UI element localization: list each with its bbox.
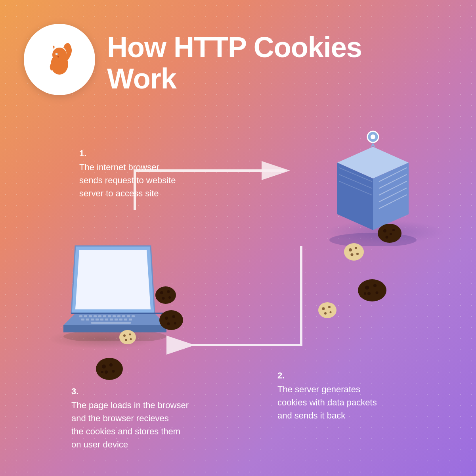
svg-point-94	[168, 296, 171, 299]
svg-point-77	[167, 322, 170, 325]
page-title: How HTTP Cookies Work	[107, 32, 362, 94]
step2-label: 2. The server generates cookies with dat…	[277, 369, 377, 422]
svg-point-86	[109, 363, 113, 367]
svg-point-64	[365, 286, 369, 290]
svg-rect-46	[124, 319, 127, 321]
title-line2: Work	[107, 63, 176, 94]
step2-text-line2: cookies with data packets	[277, 397, 377, 407]
svg-point-81	[129, 334, 131, 336]
cookie-3	[357, 278, 389, 303]
svg-point-84	[96, 358, 123, 380]
step3-label: 3. The page loads in the browser and the…	[71, 385, 189, 451]
title-line1: How HTTP Cookies	[107, 31, 362, 63]
svg-rect-45	[119, 319, 122, 321]
svg-point-69	[318, 302, 336, 318]
svg-point-62	[356, 253, 359, 255]
svg-marker-50	[75, 250, 151, 309]
svg-rect-33	[117, 315, 120, 317]
svg-point-91	[160, 291, 163, 294]
svg-rect-31	[108, 315, 111, 317]
cookie-2	[343, 242, 365, 262]
svg-point-58	[344, 243, 364, 261]
svg-rect-26	[84, 315, 87, 317]
svg-rect-43	[110, 319, 113, 321]
svg-rect-34	[122, 315, 125, 317]
svg-rect-28	[94, 315, 97, 317]
logo-circle	[24, 24, 95, 95]
svg-point-89	[101, 371, 103, 373]
step3-text-line4: on user device	[71, 440, 128, 449]
svg-rect-25	[79, 315, 82, 317]
cookie-5	[159, 309, 184, 331]
cookie-1	[377, 222, 405, 244]
svg-point-78	[174, 322, 176, 324]
svg-point-76	[172, 315, 175, 318]
svg-point-71	[328, 306, 331, 308]
svg-point-4	[57, 56, 59, 58]
svg-rect-44	[115, 319, 118, 321]
step2-text-line1: The server generates	[277, 384, 360, 394]
svg-rect-41	[100, 319, 103, 321]
svg-point-20	[371, 134, 375, 139]
svg-point-57	[392, 229, 395, 231]
svg-point-3	[57, 54, 58, 55]
svg-rect-48	[91, 322, 131, 324]
svg-point-80	[123, 334, 126, 337]
svg-rect-47	[129, 319, 132, 321]
svg-point-60	[355, 247, 357, 249]
svg-point-87	[105, 370, 108, 374]
squirrel-icon	[40, 40, 79, 79]
cookie-6	[119, 329, 137, 345]
step1-label: 1. The internet browser sends request to…	[79, 147, 176, 200]
step1-text-line2: sends request to website	[79, 175, 176, 185]
svg-rect-38	[86, 319, 89, 321]
svg-point-92	[167, 290, 170, 293]
svg-point-56	[386, 236, 388, 239]
svg-rect-32	[113, 315, 116, 317]
step3-number: 3.	[71, 385, 189, 398]
svg-point-83	[130, 338, 132, 340]
svg-point-75	[165, 317, 168, 320]
step2-text-line3: and sends it back	[277, 411, 345, 420]
svg-rect-40	[96, 319, 99, 321]
svg-point-1	[52, 48, 67, 62]
step2-number: 2.	[277, 369, 377, 382]
svg-point-93	[162, 297, 165, 300]
cookie-8	[155, 286, 178, 305]
svg-point-88	[112, 370, 115, 373]
step1-number: 1.	[79, 147, 176, 160]
svg-rect-35	[127, 315, 130, 317]
step3-text-line2: and the browser recieves	[71, 413, 169, 423]
svg-point-63	[358, 279, 386, 301]
svg-point-59	[349, 248, 352, 251]
step1-text-line3: server to access site	[79, 188, 159, 198]
cookie-4	[317, 301, 337, 319]
svg-marker-23	[63, 325, 166, 332]
server-svg	[321, 123, 424, 246]
svg-point-65	[373, 284, 377, 287]
svg-point-55	[390, 233, 392, 235]
step3-text-line3: the cookies and stores them	[71, 426, 180, 436]
svg-point-90	[155, 286, 176, 304]
svg-rect-39	[91, 319, 94, 321]
server-illustration	[321, 123, 424, 242]
svg-point-79	[119, 330, 136, 344]
svg-rect-29	[98, 315, 101, 317]
svg-point-67	[376, 292, 379, 294]
svg-point-68	[364, 292, 366, 295]
svg-point-66	[367, 292, 371, 295]
svg-point-54	[383, 229, 386, 232]
svg-point-85	[102, 365, 106, 369]
svg-point-74	[159, 310, 183, 330]
step3-text-line1: The page loads in the browser	[71, 400, 189, 410]
svg-rect-36	[132, 315, 135, 317]
svg-point-70	[322, 307, 325, 310]
svg-point-53	[378, 224, 401, 243]
step1-text-line1: The internet browser	[79, 162, 159, 172]
cookie-7	[95, 357, 124, 381]
svg-rect-37	[81, 319, 84, 321]
svg-point-73	[330, 311, 332, 313]
svg-rect-27	[89, 315, 92, 317]
svg-point-72	[324, 312, 327, 315]
svg-point-61	[351, 253, 354, 256]
